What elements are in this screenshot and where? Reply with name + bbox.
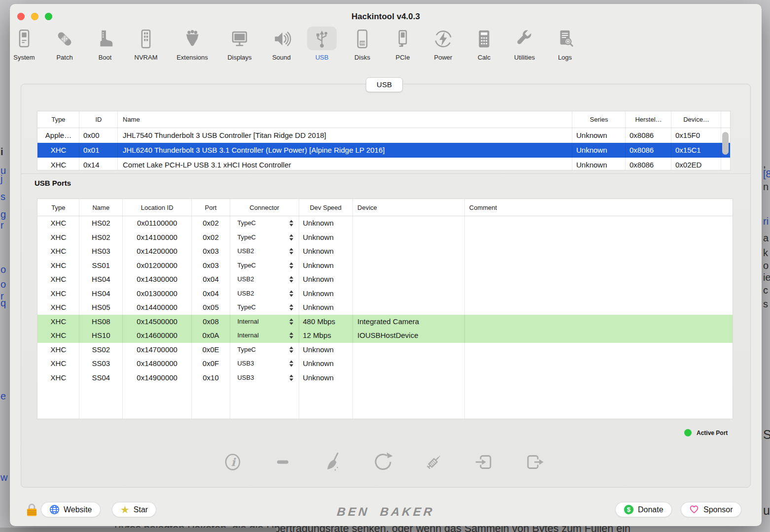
donate-button-label: Donate [638, 505, 664, 514]
connector-select[interactable]: USB2 [230, 272, 299, 287]
column-header[interactable]: Name [118, 111, 572, 128]
utilities-icon [514, 29, 535, 49]
info-button[interactable]: i [222, 451, 244, 473]
column-header[interactable]: Port [192, 199, 230, 216]
connector-select[interactable]: TypeC [230, 300, 299, 315]
column-header[interactable]: Name [79, 199, 123, 216]
port-row[interactable]: XHCHS030x142000000x03USB2Unknown [37, 244, 733, 259]
column-header[interactable]: Herstel… [626, 111, 671, 128]
connector-select[interactable]: USB2 [230, 287, 299, 301]
connector-select[interactable]: USB3 [230, 371, 299, 385]
connector-select[interactable]: TypeC [230, 259, 299, 273]
port-row[interactable]: XHCHS020x011000000x02TypeCUnknown [37, 216, 733, 231]
usb-icon [312, 29, 332, 49]
controller-row[interactable]: Apple…0x00JHL7540 Thunderbolt 3 USB Cont… [37, 128, 730, 143]
background-text-fragment: o [0, 279, 6, 290]
column-header[interactable]: Location ID [123, 199, 192, 216]
port-row[interactable]: XHCSS040x149000000x10USB3Unknown [37, 371, 733, 385]
import-button[interactable] [473, 451, 495, 473]
column-header[interactable]: ID [79, 111, 118, 128]
connector-select[interactable]: Internal [230, 315, 299, 329]
port-row[interactable]: XHCSS030x148000000x0FUSB3Unknown [37, 357, 733, 371]
port-row[interactable]: XHCHS040x013000000x04USB2Unknown [37, 287, 733, 301]
controller-row[interactable]: XHC0x14Comet Lake PCH-LP USB 3.1 xHCI Ho… [37, 158, 730, 170]
port-row[interactable]: XHCHS080x145000000x08Internal480 MbpsInt… [37, 315, 733, 329]
background-text-fragment: w [0, 472, 7, 483]
toolbar-item-calc[interactable]: Calc [469, 27, 499, 61]
background-text-fragment: s [0, 191, 5, 202]
toolbar-item-label: Disks [348, 54, 377, 61]
column-header[interactable]: Device [352, 199, 464, 216]
column-header[interactable]: Type [37, 111, 79, 128]
usb-ports-table[interactable]: TypeNameLocation IDPortConnectorDev Spee… [37, 199, 733, 419]
background-text-fragment: n [763, 181, 769, 193]
controllers-table[interactable]: TypeIDNameSeriesHerstel…Device…Apple…0x0… [37, 111, 731, 170]
port-device [352, 244, 464, 259]
remove-button[interactable] [272, 451, 294, 473]
sponsor-button[interactable]: Sponsor [681, 502, 741, 517]
toolbar-item-logs[interactable]: Logs [550, 27, 580, 61]
patch-icon [54, 29, 75, 49]
port-row[interactable]: XHCSS020x147000000x0ETypeCUnknown [37, 343, 733, 357]
toolbar-item-pcie[interactable]: PCIe [388, 27, 418, 61]
refresh-button[interactable] [373, 451, 394, 473]
toolbar-tile [131, 27, 161, 50]
column-header[interactable]: Series [572, 111, 626, 128]
controller-cell: Unknown [572, 128, 626, 142]
port-name: HS02 [79, 231, 123, 245]
port-row[interactable]: XHCHS040x143000000x04USB2Unknown [37, 272, 733, 287]
port-name: HS04 [79, 287, 123, 301]
toolbar-item-label: Displays [225, 54, 254, 61]
port-row[interactable]: XHCHS020x141000000x02TypeCUnknown [37, 231, 733, 245]
updown-arrows-icon [289, 220, 293, 227]
active-port-legend: Active Port [684, 429, 728, 436]
toolbar-item-power[interactable]: Power [428, 27, 458, 61]
toolbar-item-disks[interactable]: Disks [348, 27, 377, 61]
port-row[interactable]: XHCHS050x144000000x05TypeCUnknown [37, 300, 733, 315]
toolbar-item-nvram[interactable]: NVRAM [131, 27, 161, 61]
connector-select[interactable]: TypeC [230, 343, 299, 357]
toolbar-item-patch[interactable]: Patch [50, 27, 79, 61]
background-bar [0, 528, 276, 532]
toolbar-item-system[interactable]: System [9, 27, 39, 61]
tab-usb[interactable]: USB [366, 77, 403, 92]
column-header[interactable]: Dev Speed [299, 199, 352, 216]
toolbar-item-label: Calc [469, 54, 499, 61]
toolbar-item-usb[interactable]: USB [307, 27, 337, 61]
column-header[interactable]: Comment [464, 199, 733, 216]
clear-button[interactable] [322, 451, 344, 473]
port-comment [464, 315, 733, 329]
port-name: SS04 [79, 371, 123, 385]
controller-cell: 0x8086 [626, 128, 671, 142]
controller-cell: JHL7540 Thunderbolt 3 USB Controller [Ti… [118, 128, 572, 142]
connector-select[interactable]: TypeC [230, 231, 299, 245]
port-location-id: 0x14300000 [123, 272, 192, 287]
titlebar[interactable]: Hackintool v4.0.3 [10, 4, 762, 25]
controller-row[interactable]: XHC0x01JHL6240 Thunderbolt 3 USB 3.1 Con… [37, 143, 730, 158]
connector-select[interactable]: USB3 [230, 357, 299, 371]
column-header[interactable]: Type [37, 199, 79, 216]
port-comment [464, 287, 733, 301]
port-type: XHC [37, 329, 79, 343]
toolbar-item-sound[interactable]: Sound [267, 27, 296, 61]
inject-button[interactable] [423, 451, 445, 473]
connector-select[interactable]: TypeC [230, 216, 299, 231]
displays-icon [229, 29, 250, 49]
port-row[interactable]: XHCSS010x012000000x03TypeCUnknown [37, 259, 733, 273]
toolbar-item-displays[interactable]: Displays [225, 27, 254, 61]
port-name: HS02 [79, 216, 123, 231]
background-text-fragment: ie [763, 272, 770, 283]
background-text-fragment: u [763, 503, 770, 518]
export-button[interactable] [524, 451, 545, 473]
column-header[interactable]: Device… [671, 111, 721, 128]
toolbar-item-utilities[interactable]: Utilities [510, 27, 539, 61]
toolbar-item-boot[interactable]: Boot [90, 27, 120, 61]
column-header[interactable]: Connector [230, 199, 299, 216]
scrollbar-thumb[interactable] [722, 132, 729, 155]
connector-select[interactable]: USB2 [230, 244, 299, 259]
port-row[interactable]: XHCHS100x146000000x0AInternal12 MbpsIOUS… [37, 329, 733, 343]
toolbar-item-extensions[interactable]: Extensions [176, 27, 208, 61]
updown-arrows-icon [289, 262, 293, 268]
connector-select[interactable]: Internal [230, 329, 299, 343]
donate-button[interactable]: $ Donate [615, 502, 672, 517]
